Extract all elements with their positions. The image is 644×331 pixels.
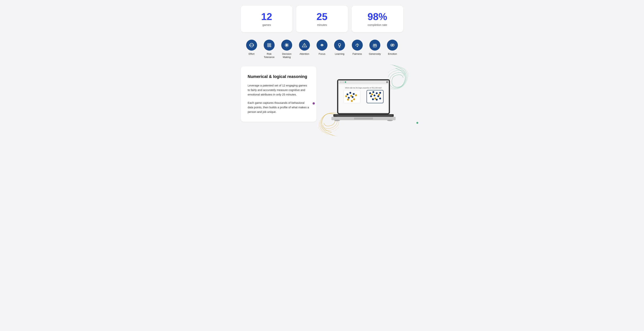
svg-rect-85 [337,116,390,116]
icon-item-focus: Focus [313,40,331,56]
svg-point-43 [391,45,392,45]
icon-item-fairness: Fairness [348,40,366,56]
svg-point-64 [350,95,352,97]
svg-line-30 [340,44,341,44]
svg-point-12 [268,46,268,47]
stat-card-completion: 98% completion rate [352,6,403,32]
svg-point-3 [253,45,254,46]
stat-label-games: games [244,23,288,26]
svg-point-16 [270,46,271,47]
svg-rect-84 [335,115,392,116]
svg-rect-50 [338,83,389,84]
effort-icon [246,40,257,50]
svg-point-82 [374,98,376,100]
stat-label-completion: completion rate [356,23,400,26]
svg-point-10 [270,44,271,44]
focus-icon [316,40,328,50]
stat-number-games: 12 [244,11,288,22]
icon-label-generosity: Generosity [369,52,381,56]
svg-point-61 [348,97,350,99]
svg-point-46 [393,45,394,46]
icon-item-emotion: Emotion [384,40,401,56]
svg-point-53 [345,81,346,83]
svg-point-52 [342,81,344,83]
risk-tolerance-icon [264,40,274,50]
svg-point-42 [392,44,394,46]
svg-point-15 [270,46,270,47]
svg-point-65 [355,94,357,96]
icon-label-emotion: Emotion [388,52,397,56]
svg-point-77 [372,98,374,100]
icon-item-learning: Learning [331,40,348,56]
laptop-svg: Which side has the larger proportion of … [332,77,396,126]
stats-row: 12 games 25 minutes 98% completion rate [241,6,403,32]
stat-number-minutes: 25 [300,11,344,22]
svg-point-8 [268,44,268,44]
svg-point-44 [392,45,392,45]
svg-point-78 [376,99,378,100]
icon-item-attention: Attention [296,40,313,56]
icon-label-decision-making: DecisionMaking [282,52,292,59]
icon-item-effort: Effort [243,40,260,56]
icon-item-generosity: Generosity [366,40,384,56]
svg-point-75 [374,94,376,96]
card-paragraph-2: Each game captures thousands of behavior… [248,100,310,114]
content-row: Numerical & logical reasoning Leverage a… [241,66,403,138]
svg-rect-69 [367,90,383,103]
icon-label-fairness: Fairness [352,52,362,56]
icon-item-risk-tolerance: RiskTolerance [260,40,278,59]
decision-making-icon [281,40,292,50]
emotion-icon [387,40,398,50]
svg-point-54 [386,81,388,83]
generosity-icon [370,40,380,50]
svg-point-68 [351,100,353,102]
icon-label-learning: Learning [335,52,344,56]
svg-point-72 [376,92,378,94]
svg-point-45 [393,45,393,46]
text-card: Numerical & logical reasoning Leverage a… [241,66,316,122]
icons-row: Effort R [241,40,403,59]
page-container: 12 games 25 minutes 98% completion rate … [237,6,407,138]
svg-point-9 [270,44,270,44]
svg-point-60 [353,93,355,95]
attention-icon [299,40,310,50]
svg-line-31 [338,44,339,44]
icon-label-focus: Focus [318,52,325,56]
svg-point-88 [334,120,340,121]
svg-point-66 [347,99,349,100]
svg-point-23 [304,46,304,46]
svg-rect-87 [354,118,373,120]
icon-label-risk-tolerance: RiskTolerance [264,52,274,59]
icon-label-attention: Attention [300,52,309,56]
stat-label-minutes: minutes [300,23,344,26]
svg-point-70 [369,92,371,94]
svg-point-11 [268,46,268,46]
icon-label-effort: Effort [248,52,254,56]
learning-icon [334,40,345,50]
svg-point-59 [349,92,351,94]
svg-point-89 [387,120,393,121]
laptop-illustration: Which side has the larger proportion of … [332,77,396,127]
card-paragraph-1: Leverage a patented set of 12 engaging g… [248,83,310,97]
svg-point-74 [370,95,372,97]
svg-point-81 [378,94,380,96]
fairness-icon [352,40,363,50]
svg-point-13 [270,46,270,46]
svg-point-79 [379,98,381,100]
svg-text:Which side has the larger prop: Which side has the larger proportion of … [345,87,382,89]
svg-point-67 [353,98,355,100]
stat-card-games: 12 games [241,6,292,32]
stat-card-minutes: 25 minutes [296,6,348,32]
svg-point-71 [372,91,374,93]
card-title: Numerical & logical reasoning [248,74,310,80]
svg-point-25 [322,45,322,45]
svg-point-80 [371,94,373,95]
svg-point-14 [270,46,271,46]
decorative-dot-green [416,122,418,124]
svg-point-63 [345,95,347,97]
decorative-dot-purple [312,102,315,104]
icon-item-decision-making: DecisionMaking [278,40,296,59]
stat-number-completion: 98% [356,11,400,22]
svg-point-73 [379,92,381,94]
illustration-area: Which side has the larger proportion of … [324,66,403,138]
